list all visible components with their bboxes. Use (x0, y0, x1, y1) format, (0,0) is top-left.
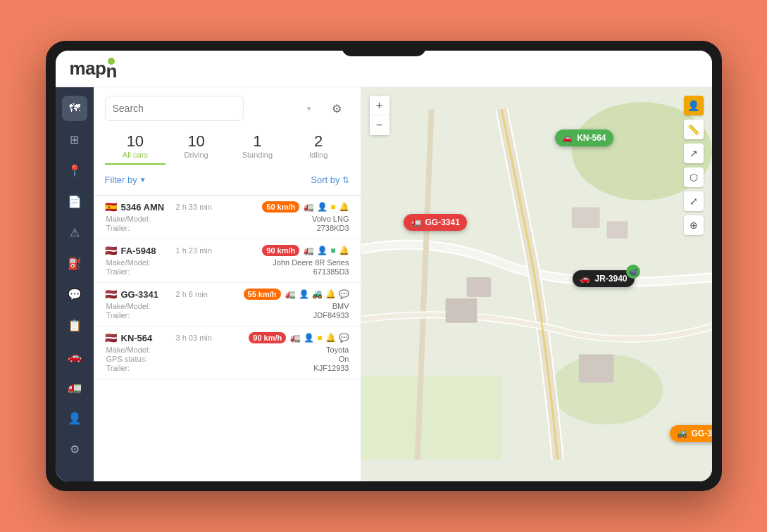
sidebar-item-vehicle[interactable]: 🚗 (62, 343, 87, 369)
sidebar-item-settings2[interactable]: ⚙ (62, 436, 87, 462)
sort-by-button[interactable]: Sort by ⇅ (311, 175, 349, 185)
ruler-tool-button[interactable]: 📏 (684, 120, 704, 139)
vehicle-panel: ▼ ⚙ 10 All cars 10 Driving (94, 87, 361, 481)
vehicle-detail-row: Make/Model: Toyota (105, 346, 349, 354)
vehicle-detail-row: Make/Model: Volvo LNG (105, 215, 349, 223)
svg-rect-3 (361, 375, 501, 460)
person-tool-button[interactable]: 👤 (684, 96, 704, 115)
vehicle-flag: 🇱🇻 (105, 246, 117, 255)
vehicle-item[interactable]: 🇱🇻 GG-3341 2 h 6 min 55 km/h 🚛 👤 🚜 🔔 💬 (94, 283, 361, 327)
sidebar-item-dashboard[interactable]: ⊞ (62, 127, 87, 152)
vehicle-plate: GG-3341 (121, 289, 172, 300)
vehicle-icons: 🚛 👤 ■ 🔔 (304, 246, 349, 255)
marker-car-icon: 🚗 (562, 133, 573, 143)
make-model-value: BMV (332, 302, 349, 310)
status-dot-green: ■ (330, 246, 335, 255)
vehicle-detail-row: Make/Model: BMV (105, 302, 349, 310)
truck-icon: 🚛 (290, 333, 301, 343)
status-dot-yellow: ■ (330, 202, 335, 212)
make-model-value: John Deere 8R Series (273, 258, 349, 267)
vehicle-main-row: 🇪🇸 5346 AMN 2 h 33 min 50 km/h 🚛 👤 ■ 🔔 (105, 201, 349, 213)
vehicle-plate: 5346 AMN (121, 202, 172, 213)
sidebar-item-map[interactable]: 🗺 (62, 96, 87, 121)
sidebar-item-location[interactable]: 📍 (62, 158, 87, 183)
cluster-tool-button[interactable]: ⬡ (684, 167, 704, 187)
device-notch (342, 41, 426, 56)
vehicle-item[interactable]: 🇱🇻 KN-564 3 h 03 min 90 km/h 🚛 👤 ■ 🔔 💬 (94, 327, 361, 379)
stat-idling-label: Idling (288, 151, 349, 159)
map-marker-gg3341[interactable]: 🚛 GG-3341 (404, 214, 467, 231)
search-input[interactable] (105, 96, 244, 121)
stat-all-cars-number: 10 (105, 132, 166, 151)
panel-header: ▼ ⚙ 10 All cars 10 Driving (94, 87, 361, 196)
marker-label: JR-3940 (594, 274, 627, 284)
vehicle-plate: KN-564 (121, 333, 172, 343)
tab-standing[interactable]: 1 Standing (227, 129, 288, 165)
sidebar-item-trailer[interactable]: 🚛 (62, 374, 87, 400)
vehicle-speed-badge: 55 km/h (244, 289, 281, 300)
svg-rect-7 (445, 298, 477, 323)
tab-driving[interactable]: 10 Driving (166, 129, 227, 165)
vehicle-list: 🇪🇸 5346 AMN 2 h 33 min 50 km/h 🚛 👤 ■ 🔔 (94, 196, 361, 481)
crosshair-tool-button[interactable]: ⊕ (684, 215, 704, 235)
vehicle-flag: 🇪🇸 (105, 202, 117, 212)
expand-tool-button[interactable]: ⤢ (684, 191, 704, 211)
zoom-in-button[interactable]: + (370, 96, 389, 115)
truck-icon: 🚛 (304, 246, 314, 255)
make-model-value: Volvo LNG (312, 215, 349, 223)
marker-label: GG-3341 (425, 217, 460, 227)
vehicle-icons: 🚛 👤 🚜 🔔 💬 (285, 289, 349, 299)
make-model-value: Toyota (326, 346, 349, 354)
bell-icon: 🔔 (339, 202, 349, 212)
person-icon: 👤 (317, 202, 328, 212)
sidebar-item-messages[interactable]: 💬 (62, 281, 87, 307)
trailer-value: 2738KD3 (317, 224, 349, 232)
svg-rect-5 (606, 221, 628, 239)
vehicle-item[interactable]: 🇪🇸 5346 AMN 2 h 33 min 50 km/h 🚛 👤 ■ 🔔 (94, 196, 361, 239)
sidebar-item-fuel[interactable]: ⛽ (62, 251, 87, 276)
map-background (361, 87, 712, 481)
person-icon: 👤 (304, 333, 314, 343)
map-marker-gg3341-orange[interactable]: 🚜 GG-3341 (670, 425, 712, 442)
sidebar-item-alerts[interactable]: ⚠ (62, 220, 87, 245)
gps-value: On (339, 355, 349, 363)
search-container: ▼ (105, 96, 318, 121)
filter-by-button[interactable]: Filter by ▼ (105, 175, 146, 185)
tractor-icon: 🚜 (312, 289, 323, 299)
vehicle-trailer-row: Trailer: 2738KD3 (105, 224, 349, 232)
trailer-label: Trailer: (106, 311, 130, 319)
make-model-label: Make/Model: (106, 346, 151, 354)
marker-truck-icon: 🚛 (411, 217, 421, 227)
filter-sort-row: Filter by ▼ Sort by ⇅ (105, 170, 349, 186)
vehicle-flag: 🇱🇻 (105, 333, 117, 343)
tab-all-cars[interactable]: 10 All cars (105, 129, 166, 165)
zoom-out-button[interactable]: − (370, 115, 389, 135)
logo-main: map (70, 58, 106, 80)
marker-label: KN-564 (577, 133, 606, 143)
vehicle-speed-badge: 90 km/h (249, 332, 286, 343)
vehicle-trailer-row: Trailer: 671385D3 (105, 267, 349, 276)
map-marker-kn564[interactable]: 🚗 KN-564 (555, 129, 613, 146)
make-model-label: Make/Model: (106, 302, 151, 310)
map-marker-jr3940[interactable]: 📹 🚗 JR-3940 (573, 270, 634, 287)
stat-driving-label: Driving (166, 151, 227, 159)
vehicle-time: 3 h 03 min (176, 334, 245, 342)
vehicle-time: 1 h 23 min (176, 246, 258, 255)
vehicle-trailer-row: Trailer: KJF12933 (105, 364, 349, 372)
marker-label: GG-3341 (692, 429, 712, 438)
route-tool-button[interactable]: ↗ (684, 144, 704, 163)
marker-tractor-icon: 🚜 (677, 429, 687, 438)
search-row: ▼ ⚙ (105, 96, 349, 121)
sidebar-item-clipboard[interactable]: 📋 (62, 312, 87, 338)
settings-button[interactable]: ⚙ (324, 96, 349, 121)
sort-icon: ⇅ (342, 175, 349, 185)
filter-label: Filter by (105, 175, 137, 185)
person-icon: 👤 (317, 246, 328, 255)
tab-idling[interactable]: 2 Idling (288, 129, 349, 165)
sidebar-item-reports[interactable]: 📄 (62, 189, 87, 214)
vehicle-item[interactable]: 🇱🇻 FA-5948 1 h 23 min 90 km/h 🚛 👤 ■ 🔔 (94, 239, 361, 283)
screen: mapn 🗺 ⊞ 📍 📄 ⚠ ⛽ 💬 📋 🚗 🚛 👤 ⚙ (56, 51, 712, 481)
sidebar-item-user[interactable]: 👤 (62, 405, 87, 431)
map-zoom-controls: + − (370, 96, 389, 135)
stats-tabs: 10 All cars 10 Driving 1 Standing 2 (105, 129, 349, 165)
